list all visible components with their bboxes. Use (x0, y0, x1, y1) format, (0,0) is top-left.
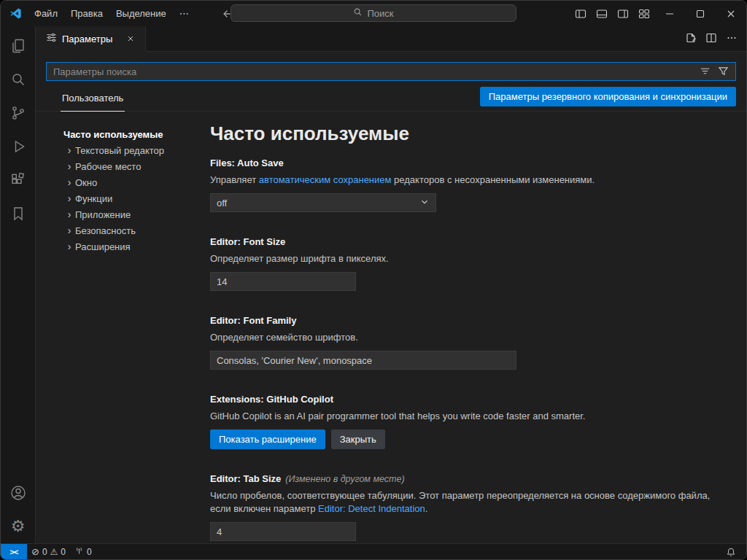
backup-sync-settings-button[interactable]: Параметры резервного копирования и синхр… (480, 87, 736, 106)
run-debug-icon[interactable] (1, 130, 36, 163)
problems-status[interactable]: 0 0 (27, 544, 70, 560)
settings-toc: Часто используемые Текстовый редактор Ра… (36, 112, 210, 543)
setting-title-text: Editor: Tab Size (210, 473, 281, 484)
errors-icon (31, 546, 39, 557)
tab-settings[interactable]: Параметры (36, 26, 146, 52)
account-icon[interactable] (1, 476, 36, 510)
titlebar-search[interactable]: Поиск (231, 4, 516, 22)
toc-item-label: Функции (75, 193, 112, 204)
toggle-primary-sidebar-icon[interactable] (570, 1, 591, 26)
minimize-button[interactable] (654, 1, 685, 26)
close-button[interactable] (716, 1, 746, 26)
explorer-icon[interactable] (1, 29, 36, 63)
chevron-down-icon (419, 197, 430, 209)
warnings-icon (50, 547, 58, 557)
setting-title: Files: Auto Save (210, 157, 729, 170)
filter-lines-icon[interactable] (700, 66, 711, 79)
errors-count: 0 (42, 547, 47, 557)
setting-editor-tab-size: Editor: Tab Size(Изменено в другом месте… (210, 472, 729, 541)
toc-item-window[interactable]: Окно (63, 174, 210, 190)
auto-save-select-value: off (217, 198, 227, 209)
toc-item-workbench[interactable]: Рабочее место (63, 158, 210, 174)
setting-title: Editor: Tab Size(Изменено в другом месте… (210, 472, 729, 486)
main-area: ⚙ Параметры (1, 26, 746, 543)
toc-item-label: Часто используемые (63, 129, 163, 140)
auto-save-link[interactable]: автоматическим сохранением (259, 174, 392, 185)
auto-save-select[interactable]: off (210, 193, 436, 212)
tab-user-scope[interactable]: Пользователь (61, 93, 125, 112)
status-bar-right (721, 544, 746, 560)
search-view-icon[interactable] (1, 63, 36, 96)
chevron-right-icon (63, 225, 75, 236)
toggle-secondary-sidebar-icon[interactable] (612, 1, 633, 26)
setting-editor-font-size: Editor: Font Size Определяет размер шриф… (210, 236, 729, 291)
bookmarks-icon[interactable] (1, 197, 36, 230)
settings-search-actions (700, 66, 729, 79)
detect-indentation-link[interactable]: Editor: Detect Indentation (318, 503, 425, 514)
dismiss-button[interactable]: Закрыть (331, 429, 385, 449)
setting-title: Editor: Font Family (210, 314, 729, 327)
desc-text: Управляет (210, 174, 259, 185)
settings-search-row (36, 52, 746, 81)
status-bar: 0 0 0 (1, 543, 746, 559)
setting-description: Управляет автоматическим сохранением ред… (210, 174, 729, 187)
toc-item-security[interactable]: Безопасность (63, 222, 210, 238)
radio-tower-icon (74, 546, 84, 558)
chevron-right-icon (63, 193, 75, 203)
settings-body: Часто используемые Текстовый редактор Ра… (36, 112, 746, 543)
chevron-right-icon (63, 209, 75, 219)
setting-description: Определяет семейство шрифтов. (210, 331, 729, 344)
extensions-icon[interactable] (1, 163, 36, 197)
settings-gear-icon[interactable]: ⚙ (1, 510, 36, 543)
remote-indicator-icon[interactable] (1, 544, 27, 560)
source-control-icon[interactable] (1, 96, 36, 130)
vscode-logo-icon (9, 7, 22, 20)
search-icon (353, 7, 363, 19)
toc-item-label: Окно (75, 177, 97, 188)
maximize-button[interactable] (685, 1, 716, 26)
toc-item-extensions[interactable]: Расширения (63, 238, 210, 254)
tab-size-input[interactable] (210, 522, 356, 541)
menu-selection[interactable]: Выделение (109, 5, 173, 22)
chevron-right-icon (63, 161, 75, 171)
toc-item-application[interactable]: Приложение (63, 206, 210, 222)
ports-status[interactable]: 0 (70, 544, 96, 560)
title-bar: Файл Правка Выделение ⋯ Поиск (1, 1, 746, 26)
toggle-panel-icon[interactable] (591, 1, 612, 26)
show-extension-button[interactable]: Показать расширение (210, 429, 325, 449)
toc-item-label: Расширения (75, 241, 131, 252)
settings-scope-row: Пользователь Параметры резервного копиро… (36, 81, 746, 112)
window-controls (570, 1, 746, 26)
ports-count: 0 (87, 547, 92, 557)
font-family-input[interactable] (210, 351, 516, 370)
toc-item-label: Текстовый редактор (75, 145, 164, 156)
desc-text: Число пробелов, соответствующее табуляци… (210, 490, 710, 514)
vscode-window: Файл Правка Выделение ⋯ Поиск (0, 0, 747, 560)
tab-close-icon[interactable] (123, 31, 138, 46)
warnings-count: 0 (61, 547, 66, 557)
toc-item-text-editor[interactable]: Текстовый редактор (63, 142, 210, 158)
menu-more[interactable]: ⋯ (173, 5, 196, 22)
activity-bar: ⚙ (1, 26, 36, 543)
setting-title: Editor: Font Size (210, 236, 729, 249)
open-settings-json-icon[interactable] (685, 32, 697, 46)
settings-content: Часто используемые Files: Auto Save Упра… (210, 112, 746, 543)
filter-funnel-icon[interactable] (718, 66, 729, 79)
toc-item-label: Безопасность (75, 225, 136, 236)
settings-search-input[interactable] (46, 62, 736, 81)
tab-label: Параметры (62, 34, 112, 44)
split-editor-icon[interactable] (705, 32, 717, 46)
toc-item-features[interactable]: Функции (63, 190, 210, 206)
toc-item-commonly-used[interactable]: Часто используемые (63, 126, 210, 142)
setting-files-auto-save: Files: Auto Save Управляет автоматически… (210, 157, 729, 212)
more-actions-icon[interactable] (726, 32, 738, 46)
customize-layout-icon[interactable] (633, 1, 654, 26)
font-size-input[interactable] (210, 272, 356, 291)
menu-file[interactable]: Файл (28, 5, 64, 22)
editor-area: Параметры (36, 26, 746, 543)
setting-extensions-github-copilot: Extensions: GitHub Copilot GitHub Copilo… (210, 393, 729, 449)
menu-bar: Файл Правка Выделение ⋯ (28, 5, 196, 22)
menu-edit[interactable]: Правка (64, 5, 109, 22)
notifications-bell-icon[interactable] (721, 544, 740, 560)
desc-text: . (425, 503, 428, 514)
